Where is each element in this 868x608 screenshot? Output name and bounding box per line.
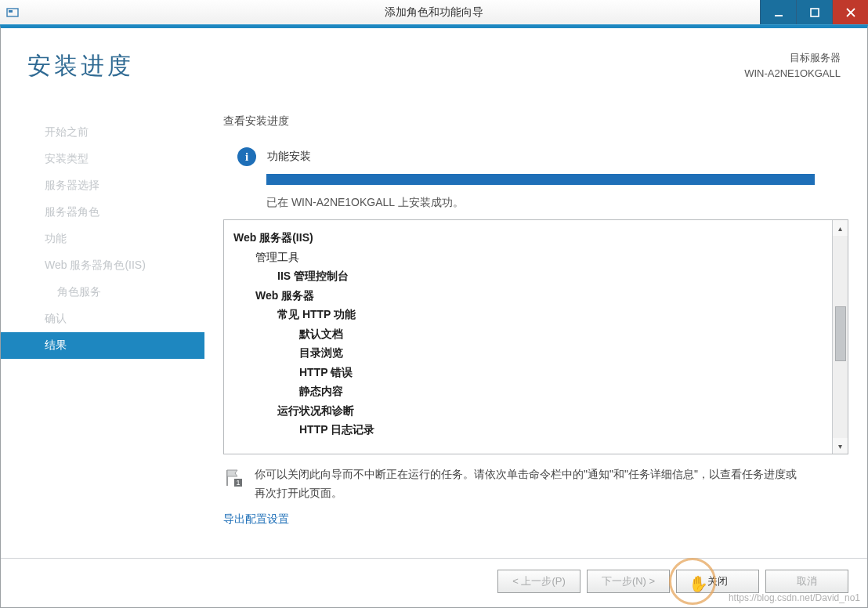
scroll-up-button[interactable]: ▴: [833, 220, 848, 236]
wizard-main: 查看安装进度 i 功能安装 已在 WIN-A2NE1OKGALL 上安装成功。 …: [204, 114, 848, 558]
sidebar-item-web-server-iis: Web 服务器角色(IIS): [1, 252, 204, 279]
sidebar-item-confirm: 确认: [1, 306, 204, 332]
svg-rect-1: [9, 10, 13, 13]
previous-button: < 上一步(P): [497, 570, 580, 593]
wizard-body: 安装进度 目标服务器 WIN-A2NE1OKGALL 开始之前 安装类型 服务器…: [0, 25, 868, 608]
sidebar-item-server-roles: 服务器角色: [1, 199, 204, 226]
result-tree: Web 服务器(IIS)管理工具IIS 管理控制台Web 服务器常见 HTTP …: [224, 220, 832, 454]
minimize-button[interactable]: [760, 0, 796, 24]
tree-node: 管理工具: [233, 248, 823, 267]
tree-node: Web 服务器(IIS): [233, 228, 823, 248]
window-title: 添加角色和功能向导: [0, 5, 868, 20]
target-server-block: 目标服务器 WIN-A2NE1OKGALL: [744, 50, 841, 81]
tree-node: IIS 管理控制台: [233, 266, 823, 286]
maximize-button[interactable]: [796, 0, 832, 24]
target-server-label: 目标服务器: [744, 50, 841, 66]
tree-node: 运行状况和诊断: [233, 401, 823, 421]
tree-node: Web 服务器: [233, 286, 823, 306]
export-config-link[interactable]: 导出配置设置: [223, 512, 848, 527]
scroll-thumb[interactable]: [835, 306, 846, 361]
svg-rect-3: [811, 9, 819, 16]
result-message: 已在 WIN-A2NE1OKGALL 上安装成功。: [266, 196, 848, 210]
tree-node: 目录浏览: [233, 343, 823, 363]
sidebar-item-before-begin: 开始之前: [1, 119, 204, 146]
result-tree-box: Web 服务器(IIS)管理工具IIS 管理控制台Web 服务器常见 HTTP …: [223, 219, 848, 454]
sidebar-item-features: 功能: [1, 226, 204, 252]
window-controls: [760, 0, 868, 24]
titlebar: 添加角色和功能向导: [0, 0, 868, 25]
scroll-down-button[interactable]: ▾: [833, 438, 848, 454]
note-text: 你可以关闭此向导而不中断正在运行的任务。请依次单击命令栏中的"通知"和"任务详细…: [255, 465, 803, 503]
tree-node: 静态内容: [233, 382, 823, 401]
tree-node: 常见 HTTP 功能: [233, 305, 823, 324]
note-row: 1 你可以关闭此向导而不中断正在运行的任务。请依次单击命令栏中的"通知"和"任务…: [223, 465, 848, 503]
progress-fill: [266, 174, 815, 185]
status-row: i 功能安装: [223, 147, 848, 166]
next-button: 下一步(N) >: [587, 570, 670, 593]
wizard-footer: < 上一步(P) 下一步(N) > 关闭 取消: [1, 558, 867, 607]
close-window-button[interactable]: [832, 0, 868, 24]
scrollbar[interactable]: ▴ ▾: [832, 220, 848, 454]
wizard-sidebar: 开始之前 安装类型 服务器选择 服务器角色 功能 Web 服务器角色(IIS) …: [1, 114, 204, 558]
svg-text:1: 1: [236, 479, 240, 487]
tree-node: 默认文档: [233, 324, 823, 344]
app-icon: [5, 5, 20, 20]
wizard-header: 安装进度 目标服务器 WIN-A2NE1OKGALL: [1, 28, 867, 114]
sidebar-item-role-services: 角色服务: [1, 279, 204, 306]
info-icon: i: [237, 147, 256, 166]
wizard-content-row: 开始之前 安装类型 服务器选择 服务器角色 功能 Web 服务器角色(IIS) …: [1, 114, 867, 558]
sidebar-item-results[interactable]: 结果: [1, 332, 204, 359]
section-label: 查看安装进度: [223, 114, 848, 128]
sidebar-item-install-type: 安装类型: [1, 146, 204, 172]
progress-bar: [266, 174, 815, 185]
close-button[interactable]: 关闭: [676, 570, 759, 593]
sidebar-item-server-selection: 服务器选择: [1, 172, 204, 199]
flag-icon: 1: [223, 468, 244, 488]
page-title: 安装进度: [27, 50, 134, 82]
status-text: 功能安装: [267, 150, 311, 164]
tree-node: HTTP 日志记录: [233, 420, 823, 440]
target-server-name: WIN-A2NE1OKGALL: [744, 66, 841, 81]
cancel-button: 取消: [765, 570, 848, 593]
tree-node: HTTP 错误: [233, 363, 823, 382]
